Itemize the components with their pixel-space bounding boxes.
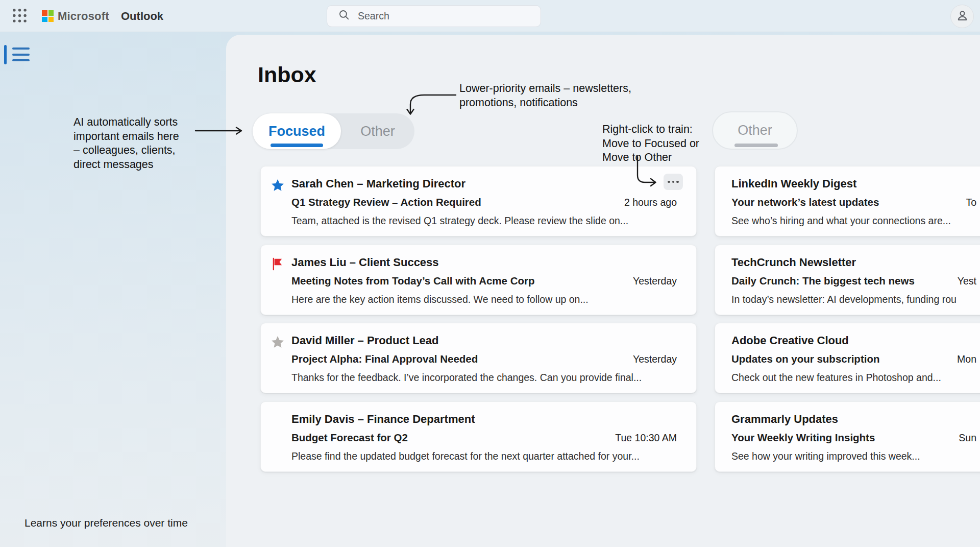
- email-subject: Your Weekly Writing Insights: [731, 431, 875, 445]
- tab-focused[interactable]: Focused: [253, 113, 341, 149]
- email-card-other-1[interactable]: LinkedIn Weekly Digest Your network’s la…: [715, 166, 980, 236]
- microsoft-four-squares-icon: [42, 10, 54, 22]
- tab-other[interactable]: Other: [341, 113, 414, 149]
- email-card-other-4[interactable]: Grammarly Updates Your Weekly Writing In…: [715, 401, 980, 472]
- email-preview: See how your writing improved this week.…: [731, 449, 976, 463]
- annotation-right-click-train: Right-click to train: Move to Focused or…: [602, 123, 699, 165]
- email-preview: Check out the new features in Photoshop …: [731, 370, 976, 385]
- inbox-panel: Inbox Focused Other Lower-priority email…: [226, 35, 980, 547]
- email-time: 2 hours ago: [614, 195, 677, 209]
- email-card-other-3[interactable]: Adobe Creative Cloud Updates on your sub…: [715, 323, 980, 393]
- other-panel-tab[interactable]: Other: [712, 111, 798, 150]
- email-sender: Adobe Creative Cloud: [731, 334, 976, 348]
- search-icon: [338, 9, 351, 23]
- email-subject: Updates on your subscription: [731, 352, 879, 366]
- email-time: Tue 10:30 AM: [605, 431, 677, 445]
- more-horizontal-icon: [668, 181, 670, 183]
- annotation-other-explainer: Lower-priority emails – newsletters, pro…: [459, 82, 631, 110]
- search-bar[interactable]: [327, 5, 541, 27]
- email-time: Mon: [947, 352, 976, 366]
- email-time: Yesterday: [623, 274, 677, 288]
- product-title: Outlook: [121, 0, 163, 32]
- email-time: Yesterday: [623, 352, 677, 366]
- email-subject: Project Alpha: Final Approval Needed: [291, 352, 478, 366]
- app-launcher-grid-icon: [11, 7, 28, 26]
- email-card-focused-2[interactable]: James Liu – Client Success Meeting Notes…: [260, 245, 697, 315]
- app-launcher-button[interactable]: [8, 6, 31, 27]
- search-input[interactable]: [358, 10, 521, 22]
- email-sender: James Liu – Client Success: [291, 255, 677, 270]
- email-card-focused-4[interactable]: Emily Davis – Finance Department Budget …: [260, 401, 697, 472]
- email-preview: Team, attached is the revised Q1 strateg…: [291, 213, 677, 228]
- page-title: Inbox: [258, 62, 316, 87]
- email-subject: Q1 Strategy Review – Action Required: [291, 195, 481, 209]
- more-options-button[interactable]: [664, 174, 683, 190]
- star-gray-icon[interactable]: [271, 335, 285, 349]
- email-preview: Here are the key action items discussed.…: [291, 292, 677, 306]
- email-card-focused-1[interactable]: Sarah Chen – Marketing Director Q1 Strat…: [260, 166, 697, 236]
- email-preview: In today’s newsletter: AI developments, …: [731, 292, 976, 306]
- email-sender: TechCrunch Newsletter: [731, 255, 976, 270]
- email-sender: David Miller – Product Lead: [291, 334, 677, 348]
- email-time: To: [955, 195, 976, 209]
- email-sender: Sarah Chen – Marketing Director: [291, 177, 677, 191]
- focused-other-tab-group: Focused Other: [253, 113, 414, 149]
- star-filled-blue-icon[interactable]: [271, 178, 285, 193]
- annotation-focused-explainer: AI automatically sorts important emails …: [74, 115, 179, 172]
- hamburger-menu-icon[interactable]: [12, 47, 30, 61]
- email-sender: LinkedIn Weekly Digest: [731, 177, 976, 191]
- topbar-divider: [110, 8, 110, 25]
- nav-accent-bar: [4, 45, 7, 64]
- email-preview: Thanks for the feedback. I’ve incorporat…: [291, 370, 677, 385]
- email-time: Sun: [948, 431, 976, 445]
- top-bar: Microsoft Outlook: [0, 0, 980, 32]
- email-subject: Budget Forecast for Q2: [291, 431, 408, 445]
- email-subject: Meeting Notes from Today’s Call with Acm…: [291, 274, 535, 288]
- flag-red-icon[interactable]: [271, 257, 285, 271]
- annotation-learns-note: Learns your preferences over time: [24, 517, 188, 529]
- microsoft-wordmark[interactable]: Microsoft: [58, 0, 109, 32]
- email-preview: Please find the updated budget forecast …: [291, 449, 677, 463]
- account-button[interactable]: [950, 5, 974, 28]
- email-preview: See who’s hiring and what your connectio…: [731, 213, 976, 228]
- email-subject: Your network’s latest updates: [731, 195, 879, 209]
- email-subject: Daily Crunch: The biggest tech news: [731, 274, 915, 288]
- email-sender: Grammarly Updates: [731, 412, 976, 426]
- other-panel-tab-underline: [734, 144, 778, 147]
- account-person-icon: [955, 9, 969, 25]
- email-sender: Emily Davis – Finance Department: [291, 412, 677, 426]
- focused-tab-underline: [271, 144, 323, 147]
- email-card-focused-3[interactable]: David Miller – Product Lead Project Alph…: [260, 323, 697, 393]
- email-card-other-2[interactable]: TechCrunch Newsletter Daily Crunch: The …: [715, 245, 980, 315]
- email-time: Yest: [947, 274, 976, 288]
